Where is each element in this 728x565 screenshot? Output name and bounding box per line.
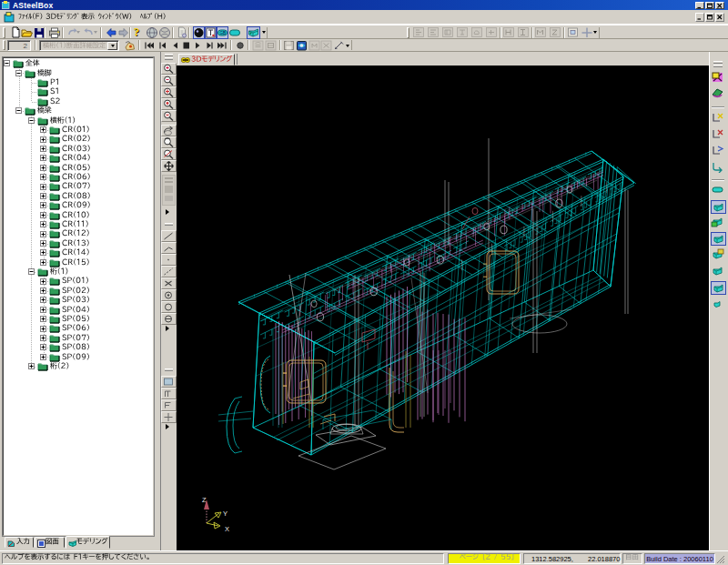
svg-text:X: X [225,525,229,533]
svg-text:Y: Y [223,510,228,518]
svg-text:GB: GB [220,31,227,35]
svg-text:Z: Z [202,496,207,504]
